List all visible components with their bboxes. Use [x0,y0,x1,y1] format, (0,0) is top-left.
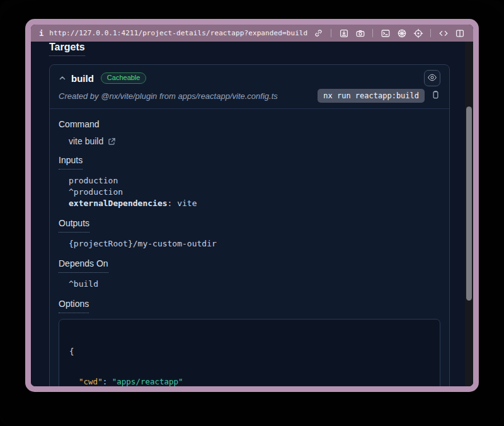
options-code-block: { "cwd": "apps/reactapp" } [59,319,440,386]
view-target-button[interactable] [424,70,440,86]
clipboard-icon [431,90,440,102]
import-icon[interactable] [338,28,349,38]
page-title[interactable]: Targets [49,42,85,56]
external-link-icon[interactable] [108,137,116,146]
output-item: {projectRoot}/my-custom-outdir [69,238,440,250]
url-text[interactable]: http://127.0.0.1:4211/project-details/re… [49,29,307,37]
toolbar-divider [331,29,331,37]
code-line-open: { [69,347,430,357]
section-options: Options { "cwd": "apps/reactapp" } [59,298,440,386]
command-value[interactable]: vite build [69,136,103,146]
run-command-chip: nx run reactapp:build [318,89,425,103]
screenshot-background: i http://127.0.0.1:4211/project-details/… [0,0,504,426]
columns-icon[interactable] [454,28,465,38]
section-outputs: Outputs {projectRoot}/my-custom-outdir [59,217,440,250]
command-label: Command [59,118,100,130]
toolbar-divider [372,29,373,37]
target-card-build: build Cacheable Created by @nx/vite/plug… [49,64,450,386]
target-name: build [71,73,94,84]
depends-on-label[interactable]: Depends On [59,258,108,273]
input-key: externalDependencies [69,199,168,208]
page-content: Targets build Cacheable [31,42,473,386]
crosshair-icon[interactable] [413,28,423,38]
window-inner: i http://127.0.0.1:4211/project-details/… [31,25,473,386]
scrollbar-thumb[interactable] [466,106,472,301]
toolbar-actions [313,28,465,38]
input-rest: : vite [168,199,197,208]
scrollbar-track[interactable] [465,42,473,386]
toolbar-divider [430,29,431,37]
created-by-text: Created by @nx/vite/plugin from apps/rea… [59,91,278,101]
section-command: Command vite build [59,118,440,146]
build-meta-row: Created by @nx/vite/plugin from apps/rea… [59,88,440,103]
outputs-label[interactable]: Outputs [59,217,89,233]
inputs-list: production ^production externalDependenc… [69,175,440,209]
outputs-list: {projectRoot}/my-custom-outdir [69,238,440,250]
url-toolbar: i http://127.0.0.1:4211/project-details/… [31,25,473,42]
copy-command-button[interactable] [431,90,440,102]
camera-icon[interactable] [355,28,365,38]
cacheable-badge: Cacheable [101,72,147,84]
section-inputs: Inputs production ^production externalDe… [59,154,440,209]
eye-icon [427,72,437,84]
section-depends-on: Depends On ^build [59,258,440,290]
input-item-external-deps: externalDependencies: vite [69,198,440,209]
inputs-label[interactable]: Inputs [59,154,83,170]
terminal-icon[interactable] [380,28,391,38]
build-card-header[interactable]: build Cacheable Created by @nx/vite/plug… [50,65,449,109]
code-line-cwd: "cwd": "apps/reactapp" [79,377,430,386]
build-title-row: build Cacheable [59,70,440,86]
depends-on-item: ^build [69,279,440,290]
command-value-row: vite build [69,136,440,146]
build-card-body: Command vite build Inputs [50,109,449,386]
globe-icon[interactable] [396,28,407,38]
code-value: "apps/reactapp" [112,377,183,386]
options-label[interactable]: Options [59,298,89,313]
code-icon[interactable] [438,28,449,38]
code-separator: : [103,377,112,386]
code-key: "cwd" [79,377,103,386]
input-item: ^production [69,187,440,198]
browser-window: i http://127.0.0.1:4211/project-details/… [25,19,479,392]
main-column: Targets build Cacheable [31,42,465,386]
info-icon: i [39,29,43,38]
depends-on-list: ^build [69,279,440,290]
input-item: production [69,175,440,187]
link-icon[interactable] [313,28,324,38]
chevron-up-icon[interactable] [59,74,66,82]
